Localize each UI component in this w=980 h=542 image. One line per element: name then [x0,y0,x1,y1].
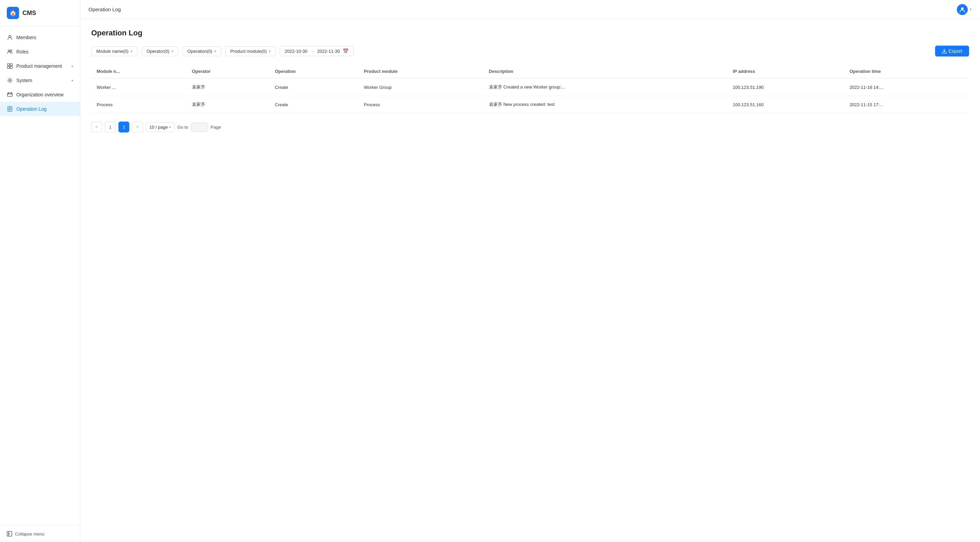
collapse-icon [7,531,12,537]
operation-log-label: Operation Log [16,106,47,112]
col-module-name: Module n... [91,65,186,78]
product-module-arrow-icon: ▾ [269,49,270,53]
cell-operator: 袁家齐 [186,96,269,113]
cell-description: 袁家齐 New process created: test [484,96,727,113]
product-module-filter[interactable]: Product module(0) ▾ [225,46,275,56]
cell-operator: 袁家齐 [186,78,269,96]
system-chevron: ▾ [72,79,73,82]
export-button-label: Export [949,48,962,54]
calendar-icon: 📅 [343,48,348,54]
operator-filter-label: Operator(0) [147,49,169,54]
date-start: 2022-10-30 [285,49,308,54]
operator-arrow-icon: ▾ [172,49,173,53]
sidebar-item-operation-log[interactable]: Operation Log [0,102,80,116]
cell-module_name: Worker ... [91,78,186,96]
svg-rect-3 [8,64,10,66]
system-label: System [16,78,32,83]
prev-page-button[interactable]: < [91,121,102,132]
logo-icon: 🏠 [7,7,19,19]
sidebar-item-roles[interactable]: Roles [0,45,80,59]
module-name-filter[interactable]: Module name(0) ▾ [91,46,137,56]
goto-label: Go to [177,124,188,130]
export-icon [942,49,947,53]
operator-filter[interactable]: Operator(0) ▾ [142,46,178,56]
app-name: CMS [22,10,36,17]
pagination: < 1 2 > 10 / page ▾ Go to Page [91,121,969,132]
date-separator: → [310,49,314,54]
operation-log-icon [7,106,13,112]
svg-point-7 [9,80,11,81]
per-page-selector[interactable]: 10 / page ▾ [146,122,175,132]
cell-operation_time: 2022-11-16 14:... [844,78,969,96]
cell-operation_time: 2022-11-15 17:... [844,96,969,113]
collapse-menu-button[interactable]: Collapse menu [0,525,80,542]
sidebar-nav: Members Roles [0,26,80,525]
date-range-picker[interactable]: 2022-10-30 → 2022-11-30 📅 [280,46,353,56]
organization-label: Organization overview [16,92,64,97]
sidebar-item-organization-overview[interactable]: Organization overview [0,88,80,102]
module-name-arrow-icon: ▾ [130,49,132,53]
topbar: Operation Log ▾ [80,0,980,19]
col-operation: Operation [269,65,359,78]
page-1-button[interactable]: 1 [105,121,116,132]
cell-operation: Create [269,96,359,113]
members-icon [7,34,13,40]
svg-rect-6 [10,66,12,69]
app-logo[interactable]: 🏠 CMS [0,0,80,26]
next-page-button[interactable]: > [132,121,143,132]
product-management-chevron: ▾ [72,64,73,68]
date-end: 2022-11-30 [317,49,340,54]
sidebar-item-product-management[interactable]: Product management ▾ [0,59,80,73]
page-2-button[interactable]: 2 [118,121,129,132]
cell-ip_address: 100.123.51.160 [727,96,844,113]
cell-module_name: Process [91,96,186,113]
cell-operation: Create [269,78,359,96]
operation-filter-label: Operation(0) [188,49,212,54]
system-icon [7,77,13,83]
filters-bar: Module name(0) ▾ Operator(0) ▾ Operation… [91,46,969,56]
table-header-row: Module n... Operator Operation Product m… [91,65,969,78]
col-product-module: Product module [359,65,484,78]
cell-ip_address: 100.123.51.190 [727,78,844,96]
roles-icon [7,49,13,55]
product-management-icon [7,63,13,69]
product-module-filter-label: Product module(0) [231,49,267,54]
col-description: Description [484,65,727,78]
main-content: Operation Log ▾ Operation Log Module nam… [80,0,980,542]
svg-rect-8 [8,93,12,96]
page-content: Operation Log Module name(0) ▾ Operator(… [80,19,980,542]
svg-rect-4 [10,64,12,66]
organization-icon [7,92,13,98]
per-page-arrow: ▾ [169,125,171,129]
col-ip-address: IP address [727,65,844,78]
page-label-text: Page [211,124,221,130]
page-title: Operation Log [91,29,969,37]
per-page-label: 10 / page [150,124,168,130]
members-label: Members [16,35,36,40]
sidebar: 🏠 CMS Members Roles [0,0,80,542]
cell-product_module: Worker Group [359,78,484,96]
cell-product_module: Process [359,96,484,113]
col-operator: Operator [186,65,269,78]
topbar-title: Operation Log [89,6,121,12]
sidebar-item-system[interactable]: System ▾ [0,73,80,88]
svg-rect-5 [8,66,10,69]
table-row: Worker ...袁家齐CreateWorker Group袁家齐 Creat… [91,78,969,96]
goto-input[interactable] [191,123,208,132]
sidebar-item-members[interactable]: Members [0,30,80,45]
svg-point-0 [9,35,11,37]
user-menu[interactable]: ▾ [957,4,972,15]
cell-description: 袁家齐 Created a new Worker group:... [484,78,727,96]
operation-arrow-icon: ▾ [215,49,216,53]
collapse-menu-label: Collapse menu [15,531,45,537]
svg-point-2 [10,50,12,52]
user-dropdown-arrow: ▾ [970,7,972,11]
operation-filter[interactable]: Operation(0) ▾ [182,46,221,56]
product-management-label: Product management [16,63,62,69]
svg-point-1 [8,50,10,52]
roles-label: Roles [16,49,29,54]
operation-log-table: Module n... Operator Operation Product m… [91,65,969,113]
svg-point-11 [961,7,964,10]
export-button[interactable]: Export [935,46,969,56]
user-avatar-icon [957,4,968,15]
